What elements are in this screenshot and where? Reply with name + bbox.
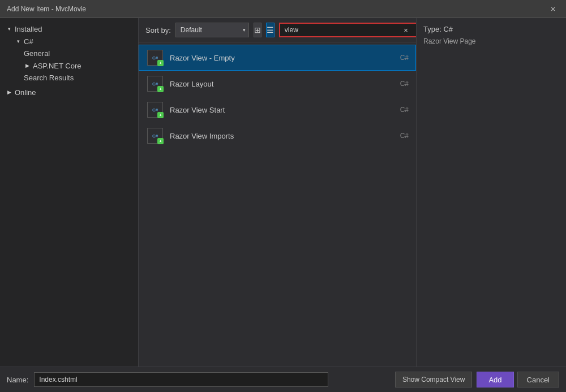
bottom-bar: Name: Show Compact View Add Cancel: [0, 367, 566, 392]
item-name: Razor View - Empty: [170, 54, 386, 62]
item-icon: C# +: [146, 49, 164, 67]
badge-icon: +: [157, 60, 164, 66]
search-wrap: × ▾: [279, 23, 416, 37]
detail-description: Razor View Page: [423, 37, 559, 46]
sidebar-item-online[interactable]: ▶ Online: [0, 86, 138, 98]
window-title: Add New Item - MvcMovie: [7, 5, 86, 13]
item-lang: C#: [392, 80, 409, 88]
chevron-right-icon: ▶: [23, 61, 32, 70]
sidebar-item-label: C#: [24, 37, 33, 46]
sort-select[interactable]: Default Name Date: [175, 23, 249, 37]
badge-icon: +: [157, 112, 164, 118]
item-name: Razor Layout: [170, 80, 386, 88]
item-name: Razor View Imports: [170, 132, 386, 140]
name-label: Name:: [7, 376, 28, 384]
sidebar-item-search-results[interactable]: Search Results: [0, 72, 138, 84]
toolbar: Sort by: Default Name Date ▾ ⊞ ☰ × ▾: [139, 18, 416, 42]
item-lang: C#: [392, 106, 409, 114]
chevron-down-icon: ▾: [5, 24, 14, 33]
title-bar: Add New Item - MvcMovie ×: [0, 0, 566, 18]
razor-view-icon: C# +: [147, 50, 163, 66]
badge-icon: +: [157, 138, 164, 144]
grid-view-button[interactable]: ⊞: [254, 23, 261, 37]
item-icon: C# +: [146, 75, 164, 93]
item-icon: C# +: [146, 101, 164, 119]
razor-layout-icon: C# +: [147, 76, 163, 92]
bottom-right: Show Compact View Add Cancel: [395, 372, 559, 387]
sidebar-item-installed[interactable]: ▾ Installed: [0, 23, 138, 35]
close-button[interactable]: ×: [547, 3, 559, 15]
badge-icon: +: [157, 86, 164, 92]
sidebar-item-label: Online: [15, 88, 36, 97]
list-item[interactable]: C# + Razor View - Empty C#: [139, 45, 416, 71]
search-clear-button[interactable]: ×: [404, 26, 408, 35]
item-lang: C#: [392, 132, 409, 140]
razor-view-start-icon: C# +: [147, 102, 163, 118]
right-panel: Type: C# Razor View Page: [416, 18, 566, 367]
sidebar-item-label: General: [24, 49, 50, 58]
list-icon: ☰: [267, 25, 274, 35]
compact-view-button[interactable]: Show Compact View: [395, 372, 473, 387]
list-item[interactable]: C# + Razor View Imports C#: [139, 123, 416, 149]
list-item[interactable]: C# + Razor Layout C#: [139, 71, 416, 97]
grid-icon: ⊞: [254, 25, 261, 35]
action-buttons: Add Cancel: [477, 372, 559, 387]
detail-type: Type: C#: [423, 25, 559, 33]
chevron-down-icon: ▾: [14, 37, 23, 46]
cancel-button[interactable]: Cancel: [517, 372, 559, 387]
item-icon: C# +: [146, 127, 164, 145]
sidebar-item-aspnet[interactable]: ▶ ASP.NET Core: [0, 59, 138, 72]
item-name: Razor View Start: [170, 106, 386, 114]
item-lang: C#: [392, 54, 409, 62]
sidebar-item-general[interactable]: General: [0, 48, 138, 59]
list-view-button[interactable]: ☰: [266, 23, 275, 37]
sidebar-item-label: Search Results: [24, 74, 74, 82]
sidebar-item-label: ASP.NET Core: [33, 62, 82, 70]
chevron-right-icon: ▶: [5, 88, 14, 97]
center-panel: Sort by: Default Name Date ▾ ⊞ ☰ × ▾: [139, 18, 416, 367]
sidebar-item-csharp[interactable]: ▾ C#: [0, 35, 138, 48]
sort-label: Sort by:: [145, 26, 171, 35]
search-input[interactable]: [279, 23, 416, 37]
item-list: C# + Razor View - Empty C# C# + Razor La…: [139, 42, 416, 367]
razor-view-imports-icon: C# +: [147, 128, 163, 144]
sidebar-item-label: Installed: [15, 25, 42, 33]
sidebar: ▾ Installed ▾ C# General ▶ ASP.NET Core …: [0, 18, 139, 367]
sort-select-wrap: Default Name Date ▾: [175, 23, 249, 37]
main-content: ▾ Installed ▾ C# General ▶ ASP.NET Core …: [0, 18, 566, 367]
name-row: Name:: [7, 372, 328, 387]
add-button[interactable]: Add: [477, 372, 513, 387]
list-item[interactable]: C# + Razor View Start C#: [139, 97, 416, 123]
name-input[interactable]: [34, 372, 328, 387]
